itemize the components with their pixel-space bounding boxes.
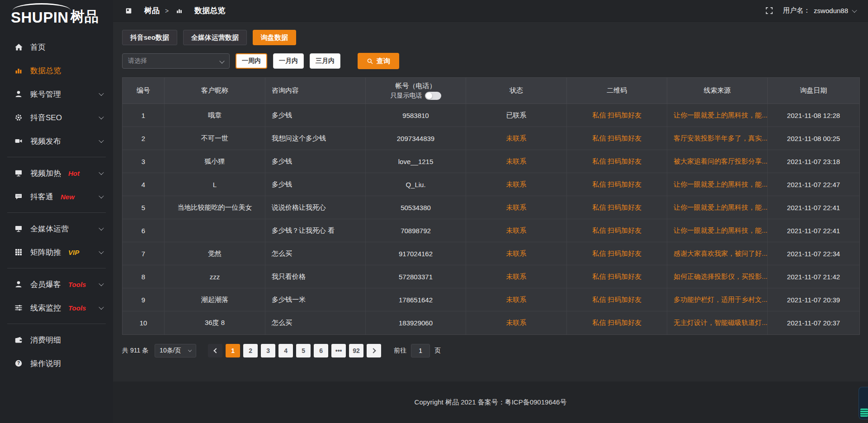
chevron-down-icon [99,114,104,119]
cell-date: 2021-11-07 22:41 [768,219,859,242]
sidebar-item-matrix[interactable]: 矩阵助推VIP [0,240,113,264]
sidebar-item-member[interactable]: 会员爆客Tools [0,273,113,296]
cell-id: 8 [123,265,165,288]
cell-source-link[interactable]: 感谢大家喜欢我家，被问了好... [667,242,768,265]
col-source: 线索来源 [667,78,768,104]
question-icon: ? [14,359,24,367]
cell-id: 6 [123,219,165,242]
range-quarter-button[interactable]: 三月内 [310,53,340,69]
sidebar-item-account[interactable]: 账号管理 [0,82,113,106]
bar-chart-icon [14,66,24,75]
badge-new: New [61,193,75,201]
range-month-button[interactable]: 一月内 [273,53,304,69]
sidebar-item-label: 线索监控 [30,303,61,313]
cell-qr-links[interactable]: 私信 扫码加好友 [567,219,667,242]
col-qr: 二维码 [567,78,667,104]
table-row: 8zzz我只看价格572803371未联系私信 扫码加好友如何正确选择投影仪，买… [123,265,859,288]
cell-source-link[interactable]: 让你一眼就爱上的黑科技，能... [667,104,768,127]
page-button-6[interactable]: 6 [314,344,328,357]
phone-only-toggle[interactable] [425,92,441,100]
copyright-text: Copyright 树品 2021 备案号：粤ICP备09019646号 [415,398,567,407]
sidebar-item-label: 账号管理 [30,89,61,99]
cell-qr-links[interactable]: 私信 扫码加好友 [567,311,667,334]
goto-page: 前往 页 [394,344,441,357]
dashboard-square-icon [124,7,134,14]
cell-status: 未联系 [466,242,567,265]
col-account: 帐号（电话） 只显示电话 [366,78,466,104]
breadcrumb-root[interactable]: 树品 [144,5,160,16]
cell-qr-links[interactable]: 私信 扫码加好友 [567,196,667,219]
cell-content: 我想问这个多少钱 [265,127,366,150]
tab-media-operation[interactable]: 全媒体运营数据 [183,30,247,45]
cell-qr-links[interactable]: 私信 扫码加好友 [567,173,667,196]
cell-source-link[interactable]: 无主灯设计，智能磁吸轨道灯... [667,311,768,334]
badge-vip: VIP [68,249,79,256]
page-size-select[interactable]: 10条/页 [155,344,196,357]
sidebar-item-help[interactable]: ?操作说明 [0,352,113,375]
cell-qr-links[interactable]: 私信 扫码加好友 [567,150,667,173]
cell-source-link[interactable]: 客厅安装投影半年多了，真实... [667,127,768,150]
sidebar-item-heat[interactable]: 视频加热Hot [0,161,113,185]
page-button-2[interactable]: 2 [243,344,258,357]
user-menu[interactable]: 用户名： zswodun88 [783,6,856,15]
screen-heat-icon [14,169,24,177]
sidebar: SHUPIN 树品 首页数据总览账号管理抖音SEO视频发布视频加热Hot抖客通N… [0,0,113,423]
cell-nickname: 36度 8 [165,311,265,334]
cell-qr-links[interactable]: 私信 扫码加好友 [567,104,667,127]
cell-status: 未联系 [466,288,567,311]
chevron-left-icon [213,348,218,353]
cell-account: 572803371 [366,265,466,288]
cell-status: 未联系 [466,219,567,242]
table-row: 6多少钱？让我死心 看70898792未联系私信 扫码加好友让你一眼就爱上的黑科… [123,219,859,242]
cell-source-link[interactable]: 多功能护栏灯，适用于乡村文... [667,288,768,311]
sidebar-divider [7,212,106,213]
goto-page-input[interactable] [411,344,430,357]
cell-qr-links[interactable]: 私信 扫码加好友 [567,265,667,288]
next-page-button[interactable] [367,344,381,357]
fullscreen-icon[interactable] [765,7,773,14]
floating-contact-widget[interactable] [859,387,868,419]
app-layout: SHUPIN 树品 首页数据总览账号管理抖音SEO视频发布视频加热Hot抖客通N… [0,0,868,423]
sidebar-item-consume[interactable]: 消费明细 [0,328,113,352]
tab-douyin-seo[interactable]: 抖音seo数据 [122,30,177,45]
cell-source-link[interactable]: 让你一眼就爱上的黑科技，能... [667,219,768,242]
cell-qr-links[interactable]: 私信 扫码加好友 [567,242,667,265]
sidebar-item-seo[interactable]: 抖音SEO [0,106,113,129]
page-button-5[interactable]: 5 [296,344,311,357]
sidebar-item-media[interactable]: 全媒体运营 [0,217,113,240]
breadcrumb-separator: > [165,7,169,14]
cell-qr-links[interactable]: 私信 扫码加好友 [567,288,667,311]
cell-source-link[interactable]: 被大家追着问的客厅投影分享... [667,150,768,173]
sidebar-item-publish[interactable]: 视频发布 [0,129,113,153]
query-button[interactable]: 查询 [358,53,399,69]
phone-toggle-row: 只显示电话 [391,92,441,100]
cell-account: love__1215 [366,150,466,173]
pagination: 共 911 条 10条/页 123456•••92 前往 页 [122,344,860,357]
sidebar-item-clue[interactable]: 线索监控Tools [0,296,113,320]
cell-account: 2097344839 [366,127,466,150]
chevron-down-icon [99,226,104,230]
more-pages-button[interactable]: ••• [331,344,346,357]
sidebar-item-overview[interactable]: 数据总览 [0,59,113,82]
cell-source-link[interactable]: 让你一眼就爱上的黑科技，能... [667,196,768,219]
brand-logo: SHUPIN 树品 [0,0,113,29]
page-button-4[interactable]: 4 [278,344,293,357]
cell-content: 多少钱？让我死心 看 [265,219,366,242]
page-button-3[interactable]: 3 [261,344,275,357]
cell-source-link[interactable]: 如何正确选择投影仪，买投影... [667,265,768,288]
svg-text:?: ? [17,361,20,366]
page-button-1[interactable]: 1 [226,344,240,357]
topbar-right: 用户名： zswodun88 [765,6,856,15]
sidebar-item-home[interactable]: 首页 [0,35,113,59]
page-button-92[interactable]: 92 [349,344,363,357]
tab-inquiry-data[interactable]: 询盘数据 [253,30,296,45]
prev-page-button[interactable] [208,344,222,357]
cell-qr-links[interactable]: 私信 扫码加好友 [567,127,667,150]
cell-source-link[interactable]: 让你一眼就爱上的黑科技，能... [667,173,768,196]
table-row: 4L多少钱Q_Liu.未联系私信 扫码加好友让你一眼就爱上的黑科技，能...20… [123,173,859,196]
sidebar-item-douketong[interactable]: 抖客通New [0,185,113,208]
page-list: 123456•••92 [226,344,367,357]
account-select[interactable]: 请选择 [122,53,230,69]
range-week-button[interactable]: 一周内 [236,53,267,69]
chevron-down-icon [99,305,104,310]
